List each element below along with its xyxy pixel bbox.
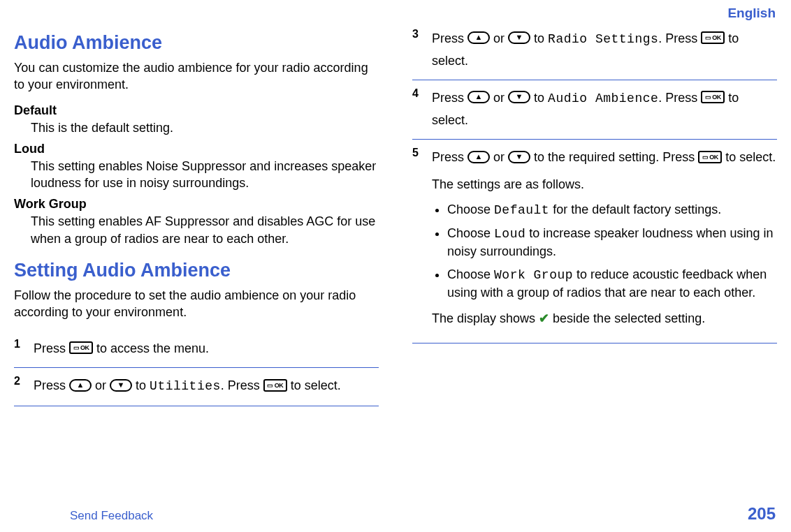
step-text: Press <box>34 378 69 392</box>
ok-button-icon <box>701 31 725 44</box>
right-column: 3 Press ▲ or ▼ to Radio Settings. Press … <box>412 21 777 406</box>
down-arrow-icon: ▼ <box>110 379 132 392</box>
step-text: to the required setting. Press <box>534 150 698 164</box>
step-text: . Press <box>221 378 263 392</box>
option-default: Default <box>494 203 549 217</box>
up-arrow-icon: ▲ <box>467 91 490 103</box>
def-desc-default: This is the default setting. <box>31 119 379 136</box>
step-number: 1 <box>14 338 34 360</box>
bullet-text: Choose <box>447 202 494 216</box>
up-arrow-icon: ▲ <box>69 379 92 392</box>
step-body: Press ▲ or ▼ to Audio Ambience. Press to… <box>432 87 777 131</box>
step-text: . Press <box>658 31 701 45</box>
heading-setting-audio-ambience: Setting Audio Ambience <box>14 260 379 281</box>
step-3: 3 Press ▲ or ▼ to Radio Settings. Press … <box>412 21 777 80</box>
list-item: Choose Work Group to reduce acoustic fee… <box>447 266 777 302</box>
list-item: Choose Default for the default factory s… <box>447 201 777 219</box>
ok-button-icon <box>701 91 725 103</box>
step-text: to select. <box>725 150 776 164</box>
menu-radio-settings: Radio Settings <box>548 32 658 46</box>
content-columns: Audio Ambience You can customize the aud… <box>0 21 791 406</box>
def-desc-workgroup: This setting enables AF Suppressor and d… <box>31 213 379 247</box>
step-1: 1 Press to access the menu. <box>14 331 379 369</box>
step-number: 5 <box>412 147 432 334</box>
step-2: 2 Press ▲ or ▼ to Utilities. Press to se… <box>14 368 379 406</box>
settings-list: Choose Default for the default factory s… <box>432 201 777 302</box>
step-text: Press <box>432 91 467 105</box>
header-language: English <box>0 0 791 21</box>
step-body: Press ▲ or ▼ to Radio Settings. Press to… <box>432 28 777 71</box>
page-number: 205 <box>748 504 776 524</box>
bullet-text: Choose <box>447 226 494 240</box>
menu-utilities: Utilities <box>150 379 221 393</box>
def-term-loud: Loud <box>14 142 379 156</box>
step-body: Press to access the menu. <box>34 338 379 360</box>
down-arrow-icon: ▼ <box>508 151 530 163</box>
step-text: Press <box>432 150 467 164</box>
heading-audio-ambience: Audio Ambience <box>14 32 379 54</box>
checkmark-icon: ✔ <box>539 311 549 325</box>
down-arrow-icon: ▼ <box>508 31 530 44</box>
up-arrow-icon: ▲ <box>467 151 490 163</box>
step-text: or <box>493 91 508 105</box>
step-body: Press ▲ or ▼ to Utilities. Press to sele… <box>34 375 379 397</box>
menu-audio-ambience: Audio Ambience <box>548 91 658 105</box>
step-number: 2 <box>14 375 34 397</box>
step-text: to select. <box>291 378 341 392</box>
def-term-workgroup: Work Group <box>14 197 379 212</box>
step-4: 4 Press ▲ or ▼ to Audio Ambience. Press … <box>412 80 777 140</box>
step-text: . Press <box>658 91 701 105</box>
page-footer: Send Feedback 205 <box>0 504 791 524</box>
steps-left: 1 Press to access the menu. 2 Press ▲ or… <box>14 331 379 406</box>
step-text: to access the menu. <box>96 341 209 355</box>
step-5: 5 Press ▲ or ▼ to the required setting. … <box>412 140 777 343</box>
option-loud: Loud <box>494 227 525 241</box>
up-arrow-icon: ▲ <box>467 31 490 44</box>
outro-text: beside the selected setting. <box>549 311 705 325</box>
list-item: Choose Loud to increase speaker loudness… <box>447 225 777 260</box>
steps-right: 3 Press ▲ or ▼ to Radio Settings. Press … <box>412 21 777 343</box>
ok-button-icon <box>69 341 93 354</box>
procedure-intro: Follow the procedure to set the audio am… <box>14 287 379 321</box>
step-text: Press <box>432 31 467 45</box>
def-desc-loud: This setting enables Noise Suppressor an… <box>31 158 379 192</box>
ok-button-icon <box>263 379 287 392</box>
bullet-text: for the default factory settings. <box>549 202 721 216</box>
intro-paragraph: You can customize the audio ambience for… <box>14 59 379 94</box>
ok-button-icon <box>698 151 722 163</box>
step-number: 4 <box>412 87 432 131</box>
outro-text: The display shows <box>432 311 539 325</box>
step-number: 3 <box>412 28 432 71</box>
step-text: to <box>136 378 150 392</box>
step-text: to <box>534 91 548 105</box>
bullet-text: Choose <box>447 267 494 281</box>
step-text: or <box>95 378 110 392</box>
settings-intro: The settings are as follows. <box>432 174 777 195</box>
step-text: to <box>534 31 548 45</box>
step-divider <box>412 343 777 343</box>
step-text: or <box>493 31 508 45</box>
step-body: Press ▲ or ▼ to the required setting. Pr… <box>432 147 777 334</box>
left-column: Audio Ambience You can customize the aud… <box>14 21 379 406</box>
send-feedback-link[interactable]: Send Feedback <box>15 509 153 523</box>
definition-list: Default This is the default setting. Lou… <box>14 103 379 247</box>
step-text: Press <box>34 341 69 355</box>
down-arrow-icon: ▼ <box>508 91 530 103</box>
option-work-group: Work Group <box>494 268 573 282</box>
step-text: or <box>493 150 508 164</box>
def-term-default: Default <box>14 103 379 118</box>
